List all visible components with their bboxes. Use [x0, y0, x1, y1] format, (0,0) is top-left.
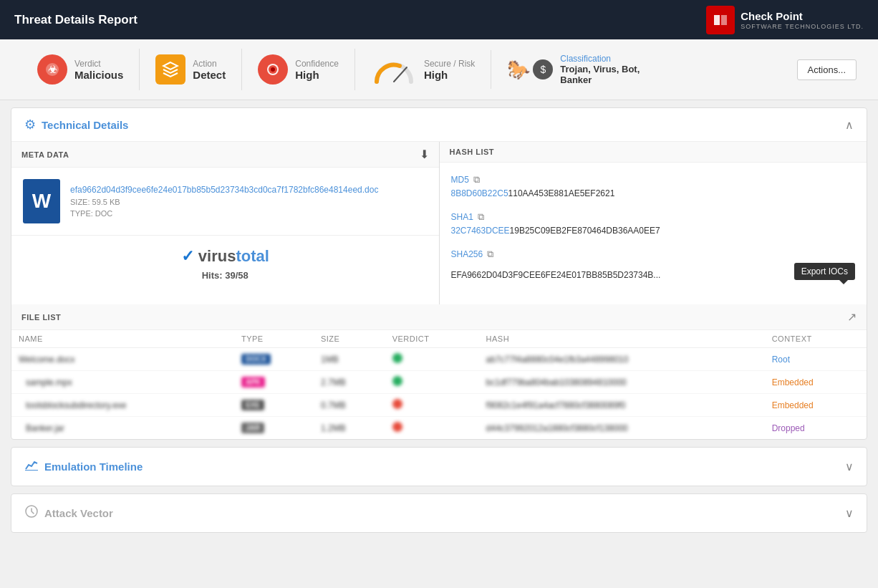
secure-risk-text: Secure / Risk High	[424, 59, 475, 81]
attack-vector-section: Attack Vector ∨	[11, 493, 867, 533]
word-file-icon: W	[23, 179, 60, 223]
technical-details-header[interactable]: ⚙ Technical Details ∧	[11, 108, 867, 142]
file-type-4: JAR	[234, 417, 314, 440]
export-iocs-tooltip: Export IOCs	[794, 263, 855, 280]
verdict-icon: ☣	[37, 54, 67, 85]
external-link-icon[interactable]: ↗	[847, 310, 857, 324]
classification-label: Classification	[560, 54, 640, 64]
dollar-icon: $	[533, 59, 553, 79]
classification-value2: Banker	[560, 74, 640, 85]
attack-header-left: Attack Vector	[24, 504, 113, 522]
file-table: NAME TYPE SIZE VERDICT HASH CONTEXT Welc…	[11, 330, 867, 439]
attack-vector-header[interactable]: Attack Vector ∨	[11, 494, 867, 532]
export-iocs-container: Export IOCs	[794, 263, 855, 280]
sha1-rest: 19B25C09EB2FE870464DB36AA0EE7	[510, 226, 660, 236]
actions-button[interactable]: Actions...	[797, 59, 857, 80]
file-verdict-1	[385, 348, 479, 371]
hash-list-header: HASH LIST	[440, 142, 867, 163]
vt-total-text: total	[236, 247, 269, 265]
svg-line-8	[394, 67, 407, 82]
type-badge-docx: DOCX	[241, 354, 271, 365]
classification-text: Classification Trojan, Virus, Bot, Banke…	[560, 54, 640, 85]
file-size-2: 2.7MB	[314, 371, 385, 394]
file-size-1: 1MB	[314, 348, 385, 371]
virustotal-logo: ✓ virustotal	[181, 247, 269, 266]
file-table-header-row: NAME TYPE SIZE VERDICT HASH CONTEXT	[11, 330, 867, 348]
sha1-highlight: 32C7463DCEE	[451, 226, 510, 236]
file-context-2: Embedded	[765, 371, 867, 394]
file-hash-1: ab7c77f4a8880c04e1fb3a448998010	[479, 348, 765, 371]
verdict-text: Verdict Malicious	[74, 59, 123, 81]
file-table-head: NAME TYPE SIZE VERDICT HASH CONTEXT	[11, 330, 867, 348]
logo-name: Check Point	[740, 10, 864, 23]
md5-rest: 110AA453E881AE5EF2621	[508, 188, 615, 198]
type-badge-apk: APK	[241, 377, 265, 387]
confidence-label: Confidence	[295, 59, 339, 69]
confidence-value: High	[295, 69, 339, 81]
table-row: sample.mpx APK 2.7MB bc1df779ba804bab103…	[11, 371, 867, 394]
col-size: SIZE	[314, 330, 385, 348]
verdict-item: ☣ Verdict Malicious	[21, 49, 140, 90]
md5-copy-icon[interactable]: ⧉	[473, 174, 480, 185]
confidence-item: Confidence High	[242, 49, 355, 90]
file-name-4: Banker.jar	[11, 417, 234, 440]
confidence-text: Confidence High	[295, 59, 339, 81]
action-label: Action	[193, 59, 226, 69]
secure-risk-label: Secure / Risk	[424, 59, 475, 69]
vt-hits-value: 39/58	[225, 270, 249, 281]
file-info: W efa9662d04d3f9cee6fe24e017bb85b5d23734…	[11, 168, 439, 236]
sha256-label-text: SHA256	[451, 249, 483, 259]
sha1-hash-item: SHA1 ⧉ 32C7463DCEE19B25C09EB2FE870464DB3…	[451, 211, 856, 236]
main-content: ⚙ Technical Details ∧ META DATA ⬇ W efa9…	[0, 100, 878, 547]
svg-rect-9	[25, 470, 38, 471]
table-row: Welcome.docx DOCX 1MB ab7c77f4a8880c04e1…	[11, 348, 867, 371]
file-context-4: Dropped	[765, 417, 867, 440]
file-list-title: FILE LIST	[21, 313, 61, 322]
summary-bar: ☣ Verdict Malicious Action Detect	[0, 39, 878, 100]
file-verdict-2	[385, 371, 479, 394]
action-value: Detect	[193, 69, 226, 81]
file-size: SIZE: 59.5 KB	[70, 198, 378, 206]
section-header-left: ⚙ Technical Details	[24, 117, 128, 132]
verdict-value: Malicious	[74, 69, 123, 81]
logo-sub: SOFTWARE TECHNOLOGIES LTD.	[740, 23, 864, 30]
chart-icon	[24, 458, 39, 476]
col-type: TYPE	[234, 330, 314, 348]
action-item: Action Detect	[140, 49, 242, 90]
context-dropped: Dropped	[772, 423, 805, 433]
confidence-icon	[258, 54, 288, 85]
download-icon[interactable]: ⬇	[420, 148, 429, 161]
verdict-dot-green	[392, 353, 402, 363]
col-name: NAME	[11, 330, 234, 348]
file-table-body: Welcome.docx DOCX 1MB ab7c77f4a8880c04e1…	[11, 348, 867, 440]
sha1-value: 32C7463DCEE19B25C09EB2FE870464DB36AA0EE7	[451, 226, 856, 236]
sha1-copy-icon[interactable]: ⧉	[478, 211, 484, 223]
meta-data-header: META DATA ⬇	[11, 142, 439, 168]
file-verdict-3	[385, 394, 479, 417]
file-name-1: Welcome.docx	[11, 348, 234, 371]
hash-list-content: MD5 ⧉ 8B8D60B22C5110AA453E881AE5EF2621 S…	[440, 163, 867, 304]
chevron-down-icon: ∨	[845, 460, 854, 473]
sha256-row: EFA9662D04D3F9CEE6FE24E017BB85B5D23734B.…	[451, 263, 856, 280]
file-hash-4: d44c37992012a1880cf3880cf138000	[479, 417, 765, 440]
virustotal-section: ✓ virustotal Hits: 39/58	[11, 236, 439, 292]
table-row: Banker.jar JAR 1.2MB d44c37992012a1880cf…	[11, 417, 867, 440]
summary-items: ☣ Verdict Malicious Action Detect	[21, 48, 655, 91]
file-context-1: Root	[765, 348, 867, 371]
emulation-timeline-header[interactable]: Emulation Timeline ∨	[11, 448, 867, 486]
context-embedded-2: Embedded	[772, 400, 814, 410]
gear-icon: ⚙	[24, 117, 36, 132]
file-details: efa9662d04d3f9cee6fe24e017bb85b5d23734b3…	[70, 185, 378, 218]
logo-icon	[706, 6, 735, 34]
md5-highlight: 8B8D60B22C5	[451, 188, 508, 198]
col-hash: HASH	[479, 330, 765, 348]
col-context: CONTEXT	[765, 330, 867, 348]
sha256-copy-icon[interactable]: ⧉	[487, 249, 493, 260]
tooltip-arrow	[839, 280, 848, 284]
hash-list-title: HASH LIST	[450, 148, 495, 156]
verdict-dot-red-2	[392, 422, 402, 432]
md5-label-text: MD5	[451, 175, 469, 185]
technical-details-title: Technical Details	[42, 119, 128, 131]
svg-text:☣: ☣	[48, 64, 57, 75]
context-root: Root	[772, 355, 790, 365]
